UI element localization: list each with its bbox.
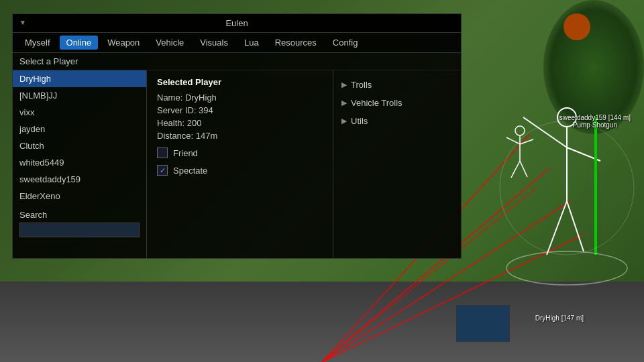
player-list: DryHigh [NLMB]JJ vixx jayden Clutch whit… [13, 70, 147, 258]
nav-resources[interactable]: Resources [268, 36, 323, 50]
svg-line-17 [520, 139, 533, 144]
nav-visuals[interactable]: Visuals [193, 36, 235, 50]
friend-label: Friend [173, 148, 198, 158]
select-player-label: Select a Player [13, 53, 461, 70]
vehicle [456, 305, 510, 342]
player-item-dryhigh[interactable]: DryHigh [13, 70, 146, 87]
main-content: DryHigh [NLMB]JJ vixx jayden Clutch whit… [13, 70, 461, 258]
friend-checkbox-row[interactable]: Friend [157, 147, 323, 158]
player-details: Selected Player Name: DryHigh Server ID:… [147, 70, 333, 258]
player-item-clutch[interactable]: Clutch [13, 137, 146, 154]
player-item-jayden[interactable]: jayden [13, 121, 146, 137]
svg-line-16 [506, 137, 520, 144]
sweetdaddy-esp-label: sweetdaddy159 [144 m] Pump Shotgun [559, 114, 631, 129]
health: Health: 200 [157, 118, 323, 128]
search-wrap: Search [13, 204, 146, 243]
player-item-vixx[interactable]: vixx [13, 104, 146, 121]
spectate-checkbox[interactable] [157, 165, 168, 176]
selected-player-title: Selected Player [157, 77, 323, 87]
nav-myself[interactable]: Myself [18, 36, 57, 50]
search-input[interactable] [19, 223, 140, 237]
nav-weapon[interactable]: Weapon [101, 36, 146, 50]
menu-utils[interactable]: ▶ Utils [333, 112, 461, 130]
spectate-label: Spectate [173, 166, 207, 176]
player-item-sweetdaddy159[interactable]: sweetdaddy159 [13, 171, 146, 188]
nav-online[interactable]: Online [60, 36, 99, 50]
trolls-arrow-icon: ▶ [341, 80, 347, 89]
player-name: Name: DryHigh [157, 93, 323, 103]
utils-arrow-icon: ▶ [341, 117, 347, 125]
vehicle-trolls-arrow-icon: ▶ [341, 99, 347, 107]
nav-vehicle[interactable]: Vehicle [149, 36, 191, 50]
friend-checkbox[interactable] [157, 147, 168, 158]
svg-line-19 [520, 161, 527, 177]
overlay-panel: ▼ Eulen Myself Online Weapon Vehicle Vis… [12, 13, 462, 259]
player-item-whited5449[interactable]: whited5449 [13, 154, 146, 171]
server-id: Server ID: 394 [157, 105, 323, 115]
arrow-icon: ▼ [19, 19, 26, 26]
distance: Distance: 147m [157, 131, 323, 141]
svg-point-14 [515, 126, 525, 135]
nav-lua[interactable]: Lua [237, 36, 266, 50]
utils-label: Utils [351, 116, 368, 126]
title-bar: ▼ Eulen [13, 14, 461, 33]
search-label: Search [19, 210, 140, 223]
svg-line-18 [511, 161, 520, 178]
trolls-label: Trolls [351, 80, 372, 90]
player-item-nlmbjj[interactable]: [NLMB]JJ [13, 87, 146, 104]
actions-menu: ▶ Trolls ▶ Vehicle Trolls ▶ Utils [333, 70, 461, 258]
nav-bar: Myself Online Weapon Vehicle Visuals Lua… [13, 33, 461, 53]
menu-trolls[interactable]: ▶ Trolls [333, 76, 461, 94]
menu-vehicle-trolls[interactable]: ▶ Vehicle Trolls [333, 94, 461, 112]
nav-config[interactable]: Config [326, 36, 365, 50]
window-title: Eulen [225, 18, 248, 28]
dryhigh-esp-label: DryHigh [147 m] [535, 314, 584, 322]
spectate-checkbox-row[interactable]: Spectate [157, 165, 323, 176]
player-item-elderxeno[interactable]: ElderXeno [13, 188, 146, 204]
vehicle-trolls-label: Vehicle Trolls [351, 98, 402, 108]
